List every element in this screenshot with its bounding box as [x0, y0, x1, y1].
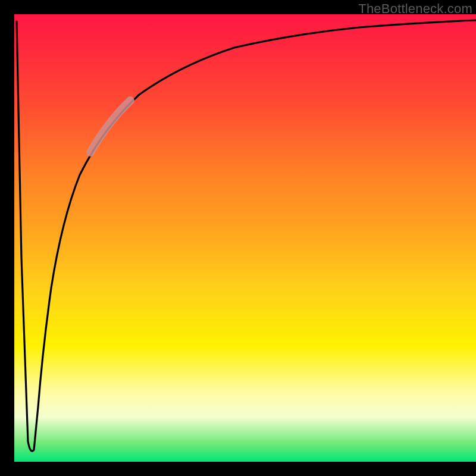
bottleneck-curve [17, 20, 476, 451]
highlight-segment [90, 101, 130, 152]
chart-frame: TheBottleneck.com [0, 0, 476, 476]
curve-layer [14, 14, 476, 462]
